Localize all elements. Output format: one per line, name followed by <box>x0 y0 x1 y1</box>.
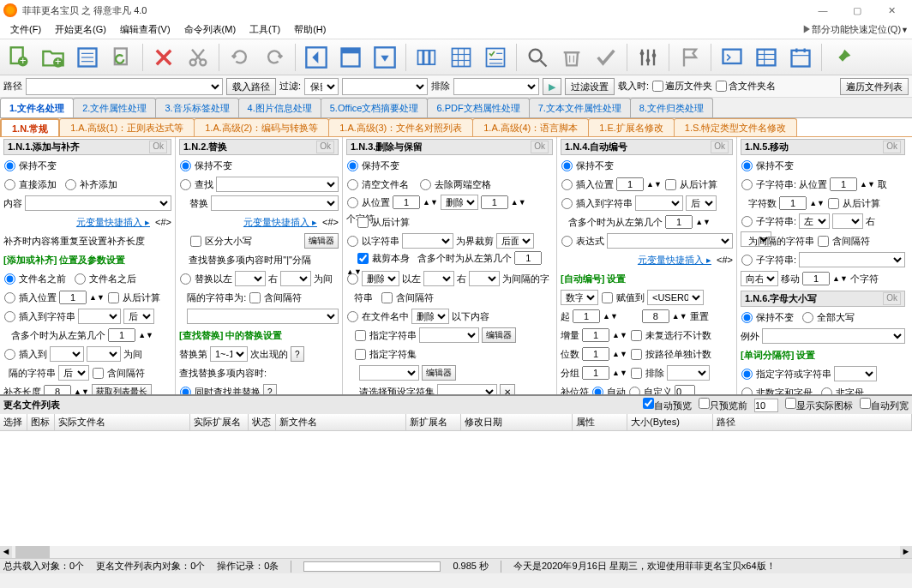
p1-fromend-check[interactable] <box>108 292 119 303</box>
p1-gap-combo[interactable]: 后 <box>58 365 89 381</box>
filter-value[interactable] <box>342 78 428 95</box>
p5-keep-radio[interactable] <box>741 160 753 171</box>
doc-refresh-icon[interactable] <box>106 42 137 73</box>
p4-multi-num[interactable] <box>665 215 693 229</box>
p6-upper-radio[interactable] <box>802 312 813 323</box>
p4-insstr-combo[interactable] <box>635 195 683 211</box>
p1-inspos-radio[interactable] <box>4 292 15 303</box>
p1-varlink[interactable]: 元变量快捷插入 ▸ <box>76 216 150 229</box>
filter-settings-button[interactable]: 过滤设置 <box>565 78 615 95</box>
p1-postfix-combo[interactable]: 后 <box>123 309 154 324</box>
col-mdate[interactable]: 修改日期 <box>461 414 573 430</box>
menu-cmdlist[interactable]: 命令列表(M) <box>177 21 243 38</box>
previewonly-check[interactable]: 只预览前 <box>699 398 747 412</box>
col-size[interactable]: 大小(Bytes) <box>627 414 713 430</box>
p4-numtype-combo[interactable]: 数字 <box>561 290 598 305</box>
p3-bystr-combo[interactable] <box>402 233 453 249</box>
subtab-maplist[interactable]: 1.A.高级(3)：文件名对照列表 <box>328 118 473 136</box>
p1-direct-radio[interactable] <box>4 179 15 190</box>
subtab-special[interactable]: 1.S.特定类型文件名修改 <box>674 118 798 136</box>
p1-content-combo[interactable] <box>25 195 171 211</box>
p1-multi-num[interactable] <box>108 328 135 342</box>
tab-text[interactable]: 7.文本文件属性处理 <box>529 98 631 117</box>
p2-varlink[interactable]: 元变量快捷插入 ▸ <box>243 216 317 229</box>
p4-expr-combo[interactable] <box>607 233 733 249</box>
p2-both-radio[interactable] <box>180 387 191 395</box>
tab-fileattr[interactable]: 2.文件属性处理 <box>73 98 156 117</box>
calendar-icon[interactable] <box>785 42 816 73</box>
maximize-button[interactable]: ▢ <box>840 0 874 21</box>
filter-mode[interactable]: 保留 <box>304 78 339 95</box>
p4-insstr-radio[interactable] <box>561 198 573 209</box>
tab-pdf[interactable]: 6.PDF文档属性处理 <box>427 98 529 117</box>
goto-end-icon[interactable] <box>369 42 400 73</box>
p4-postfix-combo[interactable]: 后 <box>686 195 717 211</box>
p4-uservar-combo[interactable]: <USER0> <box>647 290 704 305</box>
p4-group-num[interactable] <box>582 366 609 380</box>
p2-nth-combo[interactable]: 1~-1 <box>210 346 248 362</box>
p6-keep-radio[interactable] <box>741 312 753 323</box>
tab-filename[interactable]: 1.文件名处理 <box>0 98 74 117</box>
p5-r-combo[interactable] <box>832 213 863 229</box>
col-icon[interactable]: 图标 <box>27 414 55 430</box>
col-status[interactable]: 状态 <box>249 414 276 430</box>
subtab-regex[interactable]: 1.A.高级(1)：正则表达式等 <box>59 118 195 136</box>
p4-bypath-check[interactable] <box>631 349 642 360</box>
p2-case-check[interactable] <box>190 236 201 247</box>
p3-cropself-check[interactable] <box>357 253 369 264</box>
p3-infile-radio[interactable] <box>347 311 358 322</box>
p6-nondig-radio[interactable] <box>741 387 753 395</box>
p4-keep-radio[interactable] <box>561 160 573 171</box>
p1-insstr-combo[interactable] <box>78 309 121 324</box>
terminal-icon[interactable] <box>717 42 747 73</box>
p2-find-radio[interactable] <box>180 179 191 190</box>
p1-after-radio[interactable] <box>75 273 86 285</box>
file-list-body[interactable] <box>0 431 912 546</box>
flag-icon[interactable] <box>675 42 705 73</box>
browse-filelist-button[interactable]: 遍历文件列表 <box>840 78 909 95</box>
p4-exclude-combo[interactable] <box>667 365 710 381</box>
incfolder-check[interactable]: 含文件夹名 <box>716 80 776 93</box>
subtab-encoding[interactable]: 1.A.高级(2)：编码与转换等 <box>194 118 329 136</box>
search-icon[interactable] <box>522 42 553 73</box>
p1-pad-radio[interactable] <box>65 179 76 190</box>
exclude-combo[interactable] <box>453 78 539 95</box>
p3-clear-radio[interactable] <box>347 179 358 190</box>
col-attr[interactable]: 属性 <box>573 414 627 430</box>
goto-start-icon[interactable] <box>301 42 332 73</box>
p1-keep-radio[interactable] <box>4 160 15 171</box>
p4-assign-check[interactable] <box>602 292 613 303</box>
redo-icon[interactable] <box>259 42 290 73</box>
p2-r-combo[interactable] <box>280 271 311 286</box>
p5-incgap-check[interactable] <box>818 236 829 247</box>
close-button[interactable]: ✕ <box>874 0 909 21</box>
p5-sub1-radio[interactable] <box>741 179 753 190</box>
preview-n-input[interactable] <box>754 399 778 412</box>
p3-trim-radio[interactable] <box>420 179 431 190</box>
p3-l-combo[interactable] <box>423 271 454 286</box>
p3-frompos-radio[interactable] <box>347 197 358 208</box>
p6-example-combo[interactable] <box>762 328 905 344</box>
p2-help-button[interactable]: ? <box>291 346 304 362</box>
load-path-button[interactable]: 载入路径 <box>226 78 276 95</box>
p3-delsel-combo[interactable]: 删除 <box>362 271 399 286</box>
recurse-check[interactable]: 遍历文件夹 <box>652 80 712 93</box>
p4-bit-num[interactable] <box>582 347 609 361</box>
check-icon[interactable] <box>591 42 621 73</box>
quick-nav[interactable]: 部分功能快速定位(Q)▼ <box>802 23 909 36</box>
p3-pos-num[interactable] <box>393 195 420 209</box>
p3-del-combo[interactable]: 删除 <box>441 195 478 210</box>
p5-sub2-radio[interactable] <box>741 216 753 227</box>
p4-custom-radio[interactable] <box>629 387 640 395</box>
p2-l-combo[interactable] <box>235 271 266 286</box>
p3-charset-check[interactable] <box>355 349 366 360</box>
p3-delop-combo[interactable]: 删除 <box>411 309 449 324</box>
p3-editor2-button[interactable]: 编辑器 <box>422 365 456 381</box>
p1-insstr-radio[interactable] <box>4 311 15 322</box>
autopreview-check[interactable]: 自动预览 <box>643 398 692 412</box>
p4-inc-num[interactable] <box>582 328 609 342</box>
p4-pos-num[interactable] <box>616 177 644 191</box>
menu-tools[interactable]: 工具(T) <box>243 21 287 38</box>
p4-expr-radio[interactable] <box>561 236 573 247</box>
p3-charset-combo[interactable] <box>359 365 419 381</box>
